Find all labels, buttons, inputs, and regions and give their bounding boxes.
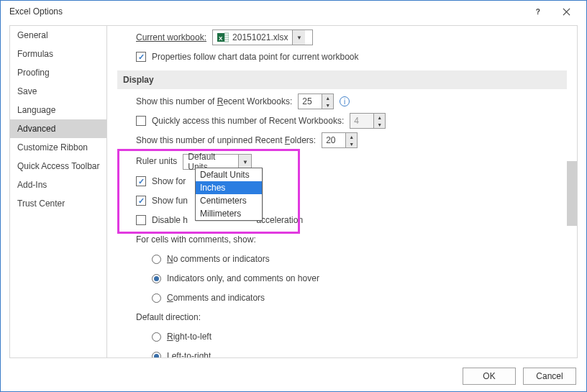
ok-button[interactable]: OK [463, 368, 516, 385]
ruler-units-area: Ruler units Default Units ▼ Default Unit… [123, 152, 567, 228]
radio-comments-indicators-label: Comments and indicators [167, 293, 265, 303]
default-direction-label: Default direction: [136, 312, 201, 322]
sidebar-item-addins[interactable]: Add-Ins [10, 176, 106, 194]
spinner-down-icon[interactable]: ▼ [322, 101, 333, 109]
info-icon[interactable]: i [340, 96, 350, 106]
excel-options-window: Excel Options ? General Formulas Proofin… [0, 0, 587, 392]
quick-access-checkbox[interactable] [136, 116, 146, 126]
properties-follow-checkbox[interactable] [136, 52, 146, 62]
current-workbook-combo[interactable]: X 20151021.xlsx ▼ [212, 29, 313, 45]
sidebar-item-proofing[interactable]: Proofing [10, 63, 106, 82]
comments-display-label: For cells with comments, show: [136, 234, 256, 245]
sidebar-item-save[interactable]: Save [10, 82, 106, 101]
content-scroll[interactable]: Current workbook: X 20151021.xlsx ▼ Prop… [107, 26, 577, 357]
cancel-button[interactable]: Cancel [523, 368, 576, 385]
radio-ltr[interactable] [152, 352, 161, 358]
unpinned-folders-label: Show this number of unpinned Recent Fold… [136, 135, 316, 145]
disable-hw-accel-checkbox[interactable] [136, 215, 146, 225]
content-pane: Current workbook: X 20151021.xlsx ▼ Prop… [107, 25, 578, 358]
recent-workbooks-spinner[interactable]: ▲▼ [298, 94, 334, 109]
show-function-tooltips-label: Show fun [152, 196, 188, 206]
spinner-up-icon[interactable]: ▲ [322, 94, 333, 101]
sidebar-item-general[interactable]: General [10, 26, 106, 45]
svg-text:X: X [219, 35, 223, 42]
radio-ltr-label: Left-to-right [167, 351, 211, 357]
category-sidebar: General Formulas Proofing Save Language … [9, 25, 107, 358]
ruler-units-dropdown: Default Units Inches Centimeters Millime… [195, 168, 263, 221]
display-section-header: Display [117, 70, 567, 89]
quick-access-label: Quickly access this number of Recent Wor… [152, 116, 344, 126]
spinner-down-icon[interactable]: ▼ [346, 140, 357, 147]
chevron-down-icon[interactable]: ▼ [238, 155, 251, 169]
radio-rtl-label: Right-to-left [167, 332, 211, 342]
radio-no-comments[interactable] [152, 255, 161, 264]
ruler-option-centimeters[interactable]: Centimeters [196, 194, 262, 207]
sidebar-item-trust-center[interactable]: Trust Center [10, 194, 106, 213]
sidebar-item-customize-ribbon[interactable]: Customize Ribbon [10, 138, 106, 157]
workbook-name: 20151021.xlsx [232, 32, 288, 42]
show-formula-bar-label: Show for [152, 176, 186, 186]
radio-indicators-only[interactable] [152, 274, 161, 283]
show-formula-bar-checkbox[interactable] [136, 176, 146, 186]
window-title: Excel Options [6, 6, 523, 17]
ruler-option-millimeters[interactable]: Millimeters [196, 207, 262, 220]
properties-follow-label: Properties follow chart data point for c… [152, 52, 358, 62]
radio-rtl[interactable] [152, 332, 161, 342]
ruler-units-label: Ruler units [136, 156, 177, 166]
quick-access-spinner: ▲▼ [350, 113, 386, 129]
radio-indicators-only-label: Indicators only, and comments on hover [167, 273, 319, 283]
excel-file-icon: X [217, 32, 229, 43]
radio-no-comments-label: No comments or indicators [167, 254, 270, 264]
unpinned-folders-spinner[interactable]: ▲▼ [322, 132, 358, 148]
spinner-up-icon[interactable]: ▲ [346, 133, 357, 140]
help-button[interactable]: ? [523, 1, 552, 22]
sidebar-item-qat[interactable]: Quick Access Toolbar [10, 157, 106, 176]
recent-workbooks-label: Show this number of Recent Workbooks: [136, 96, 292, 106]
dialog-footer: OK Cancel [452, 361, 586, 391]
radio-comments-and-indicators[interactable] [152, 293, 161, 303]
current-workbook-label: Current workbook: [136, 32, 206, 42]
ruler-option-inches[interactable]: Inches [196, 181, 262, 194]
show-function-tooltips-checkbox[interactable] [136, 196, 146, 206]
sidebar-item-language[interactable]: Language [10, 101, 106, 119]
close-button[interactable] [552, 1, 581, 22]
sidebar-item-advanced[interactable]: Advanced [10, 119, 106, 138]
chevron-down-icon[interactable]: ▼ [292, 30, 305, 45]
ruler-option-default[interactable]: Default Units [196, 168, 262, 181]
sidebar-item-formulas[interactable]: Formulas [10, 45, 106, 63]
titlebar: Excel Options ? [1, 1, 586, 22]
dialog-body: General Formulas Proofing Save Language … [9, 25, 578, 358]
svg-text:?: ? [535, 8, 540, 16]
